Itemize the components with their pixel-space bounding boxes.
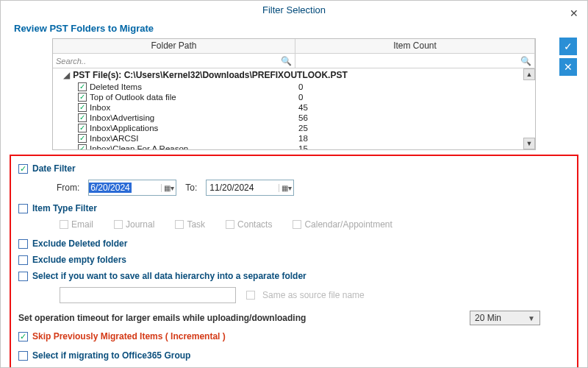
date-filter-label: Date Filter [32,163,76,174]
table-row[interactable]: ✓Inbox\Applications25 [53,123,535,133]
item-type-option: Email [60,219,93,230]
table-row[interactable]: ✓Inbox\Clean For A Reason15 [53,144,535,149]
window-title: Filter Selection [262,4,326,15]
o365-group-checkbox[interactable] [18,351,28,361]
timeout-label: Set operation timeout for larger emails … [18,313,306,323]
col-header-path[interactable]: Folder Path [53,39,295,53]
folder-name: Top of Outlook data file [90,92,298,102]
select-all-button[interactable]: ✓ [559,38,577,55]
folder-count: 56 [298,113,308,123]
search-icon[interactable]: 🔍 [520,56,531,66]
folder-count: 15 [298,144,308,149]
hierarchy-folder-input[interactable] [60,287,236,303]
item-type-option: Task [175,219,205,230]
row-checkbox[interactable]: ✓ [78,134,87,143]
calendar-icon[interactable]: ▦▾ [279,184,293,192]
to-label: To: [185,183,197,193]
filter-options-frame: Date Filter From: 6/20/2024 ▦▾ To: 11/20… [10,155,578,368]
same-as-source-label: Same as source file name [262,290,365,300]
skip-previous-label: Skip Previously Migrated Items ( Increme… [32,331,226,342]
item-type-sub-checkbox [60,220,68,229]
folder-name: Inbox\Advertising [90,113,298,123]
search-path-input[interactable]: Search.. [56,57,86,66]
calendar-icon[interactable]: ▦▾ [161,184,176,192]
item-type-sub-checkbox [114,220,123,229]
exclude-deleted-label: Exclude Deleted folder [32,238,127,249]
item-type-option: Calendar/Appointment [293,219,392,230]
exclude-deleted-checkbox[interactable] [18,239,28,249]
folder-name: Inbox\ARCSI [90,133,298,144]
table-row[interactable]: ✓Top of Outlook data file0 [53,92,535,102]
table-row[interactable]: ✓Deleted Items0 [53,82,535,92]
folder-name: Deleted Items [90,82,298,92]
row-checkbox[interactable]: ✓ [78,93,87,102]
save-hierarchy-label: Select if you want to save all data hier… [32,271,306,281]
date-filter-checkbox[interactable] [18,164,28,174]
folder-count: 45 [298,102,308,113]
folder-count: 0 [298,82,303,92]
search-icon[interactable]: 🔍 [281,56,292,66]
skip-previous-checkbox[interactable] [18,332,28,342]
page-subtitle: Review PST Folders to Migrate [1,20,587,38]
folder-count: 18 [298,133,308,144]
table-row[interactable]: ✓Inbox\Advertising56 [53,113,535,123]
pst-root-row[interactable]: ◢ PST File(s): C:\Users\Kernel32\Downloa… [53,68,535,82]
row-checkbox[interactable]: ✓ [78,124,87,132]
row-checkbox[interactable]: ✓ [78,82,87,91]
item-type-sub-checkbox [175,220,184,229]
from-date-input[interactable]: 6/20/2024 ▦▾ [88,180,176,196]
o365-group-label: Select if migrating to Office365 Group [32,350,190,361]
col-header-count[interactable]: Item Count [295,39,535,53]
row-checkbox[interactable]: ✓ [78,144,87,149]
row-checkbox[interactable]: ✓ [78,113,87,122]
close-icon[interactable]: ✕ [570,4,578,23]
deselect-all-button[interactable]: ✕ [559,58,577,76]
collapse-icon[interactable]: ◢ [63,70,71,80]
exclude-empty-checkbox[interactable] [18,255,28,265]
exclude-empty-label: Exclude empty folders [32,255,126,265]
item-type-checkbox[interactable] [18,204,28,213]
save-hierarchy-checkbox[interactable] [18,272,28,281]
folder-count: 0 [298,92,303,102]
pst-root-prefix: PST File(s): [73,70,123,80]
table-row[interactable]: ✓Inbox45 [53,102,535,113]
item-type-option: Contacts [226,219,272,230]
pst-root-path: C:\Users\Kernel32\Downloads\PREFIXOUTLOO… [124,70,348,80]
folder-count: 25 [298,123,308,133]
chevron-down-icon: ▼ [528,314,535,322]
item-type-sub-checkbox [293,220,301,229]
scroll-down-icon[interactable]: ▼ [523,138,535,149]
item-type-sub-checkbox [226,220,234,229]
row-checkbox[interactable]: ✓ [78,103,87,112]
folder-name: Inbox [90,102,298,113]
folder-name: Inbox\Clean For A Reason [90,144,298,149]
table-row[interactable]: ✓Inbox\ARCSI18 [53,133,535,144]
timeout-select[interactable]: 20 Min▼ [470,311,540,325]
from-label: From: [57,183,79,193]
item-type-option: Journal [114,219,154,230]
folder-name: Inbox\Applications [90,123,298,133]
scroll-up-icon[interactable]: ▲ [523,68,535,80]
item-type-label: Item Type Filter [32,203,97,213]
same-as-source-checkbox[interactable] [246,291,255,300]
folder-grid: Folder Path Item Count Search.. 🔍 🔍 ◢ PS… [52,38,536,150]
to-date-input[interactable]: 11/20/2024 ▦▾ [206,180,294,196]
